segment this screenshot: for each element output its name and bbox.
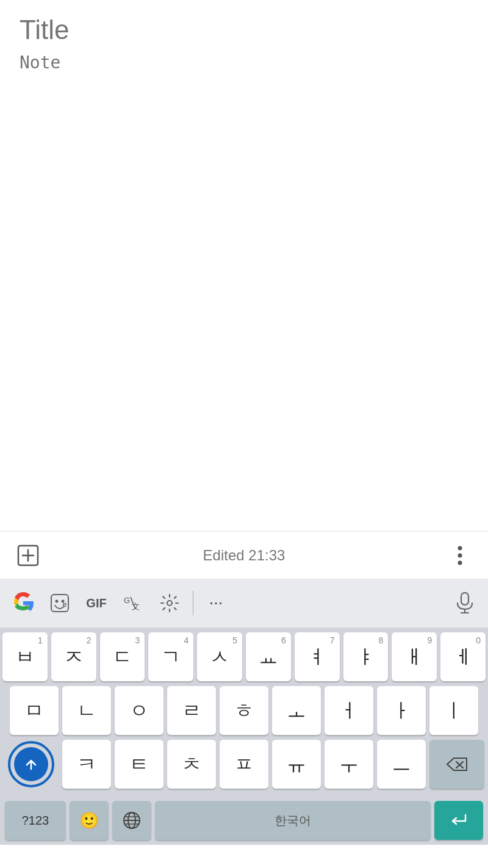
key-a[interactable]: ㅏ [377, 686, 426, 735]
google-g-button[interactable] [6, 586, 40, 620]
key-s[interactable]: 5 ㅅ [197, 632, 242, 681]
key-g[interactable]: 4 ㄱ [148, 632, 193, 681]
space-key[interactable]: 한국어 [155, 801, 431, 840]
keyboard-row-3: ㅋ ㅌ ㅊ ㅍ ㅠ ㅜ ㅡ [2, 740, 486, 789]
numbers-key[interactable]: ?123 [5, 801, 66, 840]
key-u[interactable]: ㅜ [325, 740, 373, 789]
gboard-toolbar: GIF G 文 ··· [0, 579, 488, 627]
key-i[interactable]: ㅣ [429, 686, 478, 735]
svg-text:G: G [124, 596, 130, 605]
svg-point-4 [458, 553, 462, 557]
keyboard-rows: 1 ㅂ 2 ㅈ 3 ㄷ 4 ㄱ 5 ㅅ 6 ㅛ 7 ㅕ 8 ㅑ [0, 627, 488, 796]
key-ae[interactable]: 9 ㅐ [392, 632, 437, 681]
key-h[interactable]: ㅎ [220, 686, 268, 735]
key-eu[interactable]: ㅡ [377, 740, 426, 789]
globe-key[interactable] [112, 801, 151, 840]
more-options-button[interactable] [447, 542, 473, 569]
gif-button[interactable]: GIF [79, 586, 113, 620]
key-n[interactable]: ㄴ [62, 686, 111, 735]
bottom-toolbar: Edited 21:33 [0, 531, 488, 579]
more-button[interactable]: ··· [199, 586, 234, 620]
sticker-button[interactable] [43, 586, 77, 620]
key-b[interactable]: 1 ㅂ [2, 632, 48, 681]
key-yo[interactable]: 6 ㅛ [246, 632, 291, 681]
settings-button[interactable] [152, 586, 187, 620]
edited-timestamp: Edited 21:33 [203, 547, 285, 564]
key-m[interactable]: ㅁ [10, 686, 59, 735]
key-yu[interactable]: ㅠ [272, 740, 321, 789]
key-j[interactable]: 2 ㅈ [51, 632, 96, 681]
microphone-button[interactable] [448, 586, 482, 620]
backspace-key[interactable] [429, 740, 484, 789]
enter-key[interactable] [434, 801, 483, 840]
key-r[interactable]: ㄹ [167, 686, 216, 735]
note-editor [0, 0, 488, 531]
title-input[interactable] [20, 15, 468, 45]
svg-point-12 [167, 601, 172, 606]
key-e[interactable]: 0 ㅔ [440, 632, 486, 681]
toolbar-divider [193, 591, 193, 615]
add-button[interactable] [15, 542, 41, 569]
svg-point-3 [458, 546, 462, 550]
emoji-key[interactable]: 🙂 [70, 801, 109, 840]
key-kh[interactable]: ㅋ [62, 740, 111, 789]
svg-point-7 [56, 600, 59, 603]
shift-key[interactable] [4, 740, 59, 789]
keyboard-row-2: ㅁ ㄴ ㅇ ㄹ ㅎ ㅗ ㅓ ㅏ ㅣ [2, 686, 486, 735]
svg-point-5 [458, 560, 462, 565]
key-ya[interactable]: 8 ㅑ [343, 632, 389, 681]
svg-rect-13 [461, 593, 468, 605]
keyboard-bottom-row: ?123 🙂 한국어 [0, 796, 488, 845]
key-th[interactable]: ㅌ [115, 740, 163, 789]
svg-point-8 [62, 600, 65, 603]
key-yeo[interactable]: 7 ㅕ [295, 632, 340, 681]
key-ch[interactable]: ㅊ [167, 740, 216, 789]
key-ph[interactable]: ㅍ [220, 740, 268, 789]
key-eo[interactable]: ㅓ [325, 686, 373, 735]
translate-button[interactable]: G 文 [116, 586, 150, 620]
key-o[interactable]: ㅗ [272, 686, 321, 735]
key-ng[interactable]: ㅇ [115, 686, 163, 735]
keyboard-row-1: 1 ㅂ 2 ㅈ 3 ㄷ 4 ㄱ 5 ㅅ 6 ㅛ 7 ㅕ 8 ㅑ [2, 632, 486, 681]
note-input[interactable] [20, 52, 468, 516]
key-d[interactable]: 3 ㄷ [100, 632, 145, 681]
